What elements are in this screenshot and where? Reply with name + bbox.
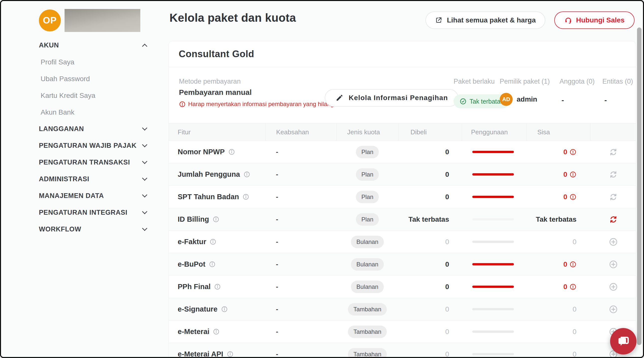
plan-card: Consultant Gold Metode pembayaran Pembay… bbox=[168, 41, 636, 358]
table-row-pph-final: PPh Final - Bulanan 0 0 bbox=[169, 276, 636, 298]
sidebar-item-akun-bank[interactable]: Akun Bank bbox=[39, 104, 148, 121]
info-icon[interactable] bbox=[228, 148, 235, 155]
sidebar-section-akun[interactable]: AKUN bbox=[39, 37, 148, 54]
sidebar-item-label: Kartu Kredit Saya bbox=[40, 92, 95, 100]
quota-action-button[interactable] bbox=[609, 193, 618, 202]
quota-table: Fitur Keabsahan Jenis kuota Dibeli Pengg… bbox=[169, 123, 636, 358]
unlimited-badge-label: Tak terbatas bbox=[470, 98, 504, 105]
scrollbar[interactable] bbox=[637, 28, 642, 345]
sidebar-section-pengaturan-transaksi[interactable]: PENGATURAN TRANSAKSI bbox=[39, 154, 148, 171]
sidebar-section-administrasi[interactable]: ADMINISTRASI bbox=[39, 171, 148, 188]
quota-action-button[interactable] bbox=[609, 260, 618, 269]
table-row-e-signature: e-Signature - Tambahan 0 0 bbox=[169, 298, 636, 320]
sidebar-section-pengaturan-wajib-pajak[interactable]: PENGATURAN WAJIB PAJAK bbox=[39, 137, 148, 154]
sidebar: OP AKUN Profil Saya Ubah Password Kartu … bbox=[1, 1, 168, 357]
quota-action-button[interactable] bbox=[609, 215, 618, 224]
sidebar-section-langganan[interactable]: LANGGANAN bbox=[39, 121, 148, 137]
remaining-value: 0 bbox=[572, 350, 576, 358]
sidebar-section-label: ADMINISTRASI bbox=[39, 175, 89, 183]
avatar: AD bbox=[500, 93, 513, 106]
quota-type-badge: Plan bbox=[356, 213, 379, 226]
usage-bar bbox=[472, 330, 514, 333]
sidebar-section-manajemen-data[interactable]: MANAJEMEN DATA bbox=[39, 188, 148, 204]
column-header-fitur: Fitur bbox=[169, 124, 266, 140]
sidebar-section-pengaturan-integrasi[interactable]: PENGATURAN INTEGRASI bbox=[39, 204, 148, 221]
sidebar-menu: AKUN Profil Saya Ubah Password Kartu Kre… bbox=[39, 37, 148, 238]
manage-billing-button[interactable]: Kelola Informasi Penagihan bbox=[325, 89, 458, 107]
quota-action-button[interactable] bbox=[609, 282, 618, 291]
usage-bar bbox=[472, 151, 514, 153]
external-link-icon bbox=[435, 17, 442, 24]
info-icon[interactable] bbox=[212, 216, 219, 223]
sidebar-logo-row: OP bbox=[39, 9, 140, 32]
quota-type-badge: Plan bbox=[356, 191, 379, 203]
quota-type-badge: Tambahan bbox=[348, 325, 387, 338]
table-row-nomor-npwp: Nomor NPWP - Plan 0 0 bbox=[169, 141, 636, 163]
quota-action-button[interactable] bbox=[609, 170, 618, 179]
info-icon[interactable] bbox=[227, 351, 234, 357]
stat-entitas: Entitas (0) - bbox=[602, 78, 633, 104]
sidebar-section-label: PENGATURAN INTEGRASI bbox=[39, 209, 127, 217]
sidebar-item-label: Profil Saya bbox=[40, 58, 74, 66]
chevron-icon bbox=[142, 142, 147, 147]
usage-bar bbox=[472, 353, 514, 355]
info-icon[interactable] bbox=[209, 261, 216, 268]
column-header-sisa: Sisa bbox=[526, 124, 590, 140]
quota-action-button[interactable] bbox=[609, 147, 618, 156]
sidebar-item-kartu-kredit-saya[interactable]: Kartu Kredit Saya bbox=[39, 87, 148, 104]
chat-widget-button[interactable] bbox=[610, 328, 636, 354]
contact-sales-label: Hubungi Sales bbox=[576, 16, 624, 24]
table-row-jumlah-pengguna: Jumlah Pengguna - Plan 0 0 bbox=[169, 163, 636, 186]
table-row-e-bupot: e-BuPot - Bulanan 0 0 bbox=[169, 253, 636, 276]
sidebar-section-workflow[interactable]: WORKFLOW bbox=[39, 221, 148, 238]
info-icon[interactable] bbox=[244, 171, 250, 178]
quota-action-button[interactable] bbox=[609, 237, 618, 246]
quota-warning-icon bbox=[570, 148, 576, 155]
purchased-value: 0 bbox=[398, 305, 462, 313]
stat-value: - bbox=[602, 96, 633, 104]
validity-value: - bbox=[266, 193, 336, 201]
usage-bar bbox=[472, 241, 514, 243]
feature-name: Nomor NPWP bbox=[178, 148, 225, 156]
stat-pemilik-paket: Pemilik paket (1) AD admin bbox=[500, 78, 550, 106]
quota-warning-icon bbox=[570, 171, 576, 178]
sidebar-section-label: MANAJEMEN DATA bbox=[39, 192, 104, 200]
info-icon[interactable] bbox=[242, 194, 249, 200]
table-row-id-billing: ID Billing - Plan Tak terbatas Tak terba… bbox=[169, 208, 636, 231]
manage-billing-label: Kelola Informasi Penagihan bbox=[349, 94, 448, 102]
usage-bar bbox=[472, 218, 514, 221]
info-icon[interactable] bbox=[210, 238, 216, 245]
info-icon[interactable] bbox=[213, 328, 220, 335]
payment-warning: Harap menyertakan informasi pembayaran y… bbox=[179, 101, 334, 108]
onlinepajak-logo[interactable]: OP bbox=[39, 10, 61, 32]
quota-type-badge: Tambahan bbox=[348, 348, 387, 358]
stat-label: Pemilik paket (1) bbox=[500, 78, 550, 85]
plan-name: Consultant Gold bbox=[179, 49, 254, 59]
remaining-value: Tak terbatas bbox=[536, 216, 576, 224]
validity-value: - bbox=[266, 328, 336, 336]
purchased-value: 0 bbox=[398, 238, 462, 246]
chevron-icon bbox=[142, 125, 147, 131]
sidebar-item-ubah-password[interactable]: Ubah Password bbox=[39, 70, 148, 87]
quota-action-button[interactable] bbox=[609, 305, 618, 314]
info-icon[interactable] bbox=[214, 283, 221, 290]
validity-value: - bbox=[266, 260, 336, 268]
purchased-value: 0 bbox=[398, 148, 462, 156]
contact-sales-button[interactable]: Hubungi Sales bbox=[554, 12, 634, 29]
validity-value: - bbox=[266, 170, 336, 178]
sidebar-item-profil-saya[interactable]: Profil Saya bbox=[39, 54, 148, 70]
quota-type-badge: Plan bbox=[356, 168, 379, 181]
table-row-spt-tahun-badan: SPT Tahun Badan - Plan 0 0 bbox=[169, 186, 636, 208]
view-all-plans-button[interactable]: Lihat semua paket & harga bbox=[426, 12, 545, 29]
header-actions: Lihat semua paket & harga Hubungi Sales bbox=[426, 12, 634, 29]
stat-anggota: Anggota (0) - bbox=[560, 78, 595, 104]
feature-name: PPh Final bbox=[178, 283, 210, 291]
purchased-value: 0 bbox=[398, 260, 462, 268]
logo-initials: OP bbox=[43, 15, 56, 26]
company-name-redacted bbox=[64, 9, 140, 32]
quota-type-badge: Bulanan bbox=[351, 258, 384, 271]
info-icon[interactable] bbox=[221, 306, 228, 313]
headset-icon bbox=[564, 16, 572, 24]
column-header-penggunaan: Penggunaan bbox=[462, 124, 526, 140]
chevron-icon bbox=[142, 159, 147, 164]
